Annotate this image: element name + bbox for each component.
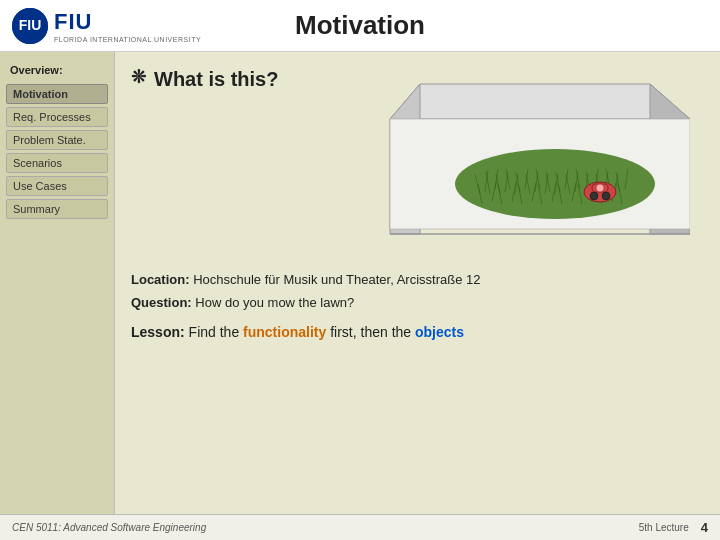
left-content: ❊ What is this? — [131, 64, 368, 91]
lesson-label: Lesson: — [131, 324, 185, 340]
question-line: Question: How do you mow the lawn? — [131, 295, 700, 310]
sidebar-item-motivation[interactable]: Motivation — [6, 84, 108, 104]
location-line: Location: Hochschule für Musik und Theat… — [131, 272, 700, 287]
svg-point-55 — [596, 184, 604, 192]
question-value: How do you mow the lawn? — [195, 295, 354, 310]
logo-area: FIU FIU FLORIDA INTERNATIONAL UNIVERSITY — [12, 8, 201, 44]
footer-page-number: 4 — [701, 520, 708, 535]
logo-text-block: FIU FLORIDA INTERNATIONAL UNIVERSITY — [54, 9, 201, 43]
footer-course: CEN 5011: Advanced Software Engineering — [12, 522, 206, 533]
footer-lecture: 5th Lecture — [639, 522, 689, 533]
location-label: Location: — [131, 272, 190, 287]
svg-point-56 — [590, 192, 598, 200]
svg-point-57 — [602, 192, 610, 200]
sidebar-item-problem-state[interactable]: Problem State. — [6, 130, 108, 150]
bullet-section: ❊ What is this? — [131, 64, 368, 91]
main-area: Overview: Motivation Req. Processes Prob… — [0, 52, 720, 514]
svg-point-7 — [455, 149, 655, 219]
question-label: Question: — [131, 295, 192, 310]
logo-icon: FIU — [12, 8, 48, 44]
svg-text:FIU: FIU — [19, 17, 42, 33]
footer: CEN 5011: Advanced Software Engineering … — [0, 514, 720, 540]
top-section: ❊ What is this? — [131, 64, 700, 264]
logo-subtext: FLORIDA INTERNATIONAL UNIVERSITY — [54, 36, 201, 43]
sidebar-item-summary[interactable]: Summary — [6, 199, 108, 219]
what-is-this-text: What is this? — [154, 68, 278, 91]
sidebar-item-req-processes[interactable]: Req. Processes — [6, 107, 108, 127]
lawn-image — [380, 64, 700, 264]
sidebar-overview-label: Overview: — [6, 62, 108, 78]
lesson-highlight-functionality: functionality — [243, 324, 326, 340]
sidebar-item-use-cases[interactable]: Use Cases — [6, 176, 108, 196]
location-value: Hochschule für Musik und Theater, Arciss… — [193, 272, 480, 287]
logo-name: FIU — [54, 9, 92, 34]
lesson-highlight-objects: objects — [415, 324, 464, 340]
page-title: Motivation — [295, 10, 425, 41]
sidebar-item-scenarios[interactable]: Scenarios — [6, 153, 108, 173]
sidebar: Overview: Motivation Req. Processes Prob… — [0, 52, 115, 514]
header: FIU FIU FLORIDA INTERNATIONAL UNIVERSITY… — [0, 0, 720, 52]
svg-marker-2 — [390, 84, 690, 119]
lawn-svg — [380, 64, 690, 264]
lesson-line: Lesson: Find the functionality first, th… — [131, 324, 700, 340]
footer-right: 5th Lecture 4 — [639, 520, 708, 535]
lesson-text-2: first, then the — [330, 324, 415, 340]
bullet-icon: ❊ — [131, 66, 146, 88]
lesson-text-1: Find the — [189, 324, 243, 340]
content-area: ❊ What is this? — [115, 52, 720, 514]
